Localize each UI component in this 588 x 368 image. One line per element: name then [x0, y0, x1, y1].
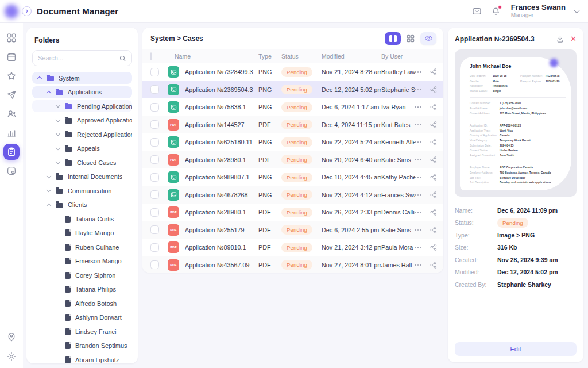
folder-tree-item[interactable]: System [32, 72, 132, 84]
share-icon[interactable] [430, 243, 443, 251]
more-actions-icon[interactable] [415, 247, 430, 248]
table-row[interactable]: PDF Application №75838.1 PNG Pending Dec… [142, 98, 443, 116]
share-icon[interactable] [430, 191, 443, 199]
folder-tree-item[interactable]: Applications [32, 86, 132, 98]
row-checkbox[interactable] [150, 120, 159, 129]
row-checkbox[interactable] [150, 68, 159, 76]
tree-chevron-icon[interactable] [37, 76, 42, 81]
folder-tree-item[interactable]: Abram Lipshutz [32, 354, 132, 363]
select-all-checkbox[interactable] [150, 52, 152, 60]
notifications-bell-icon[interactable] [491, 6, 501, 16]
folder-tree-item[interactable]: Internal Documents [32, 171, 132, 183]
close-icon[interactable]: ✕ [570, 35, 577, 43]
share-icon[interactable] [430, 208, 443, 216]
row-checkbox[interactable] [150, 155, 159, 164]
tree-chevron-icon[interactable] [56, 117, 60, 121]
tree-chevron-icon[interactable] [56, 159, 60, 164]
storage-icon[interactable] [3, 163, 20, 179]
folder-tree-item[interactable]: Pending Applications [32, 100, 132, 112]
share-icon[interactable] [430, 156, 443, 164]
analytics-chart-icon[interactable] [3, 125, 20, 141]
table-row[interactable]: PDF Application №28980.1 PDF Pending Nov… [142, 204, 443, 221]
more-actions-icon[interactable] [415, 124, 430, 126]
folder-tree-item[interactable]: Emerson Mango [32, 255, 132, 267]
tree-chevron-icon[interactable] [47, 90, 51, 95]
tree-chevron-icon[interactable] [56, 145, 60, 150]
row-checkbox[interactable] [150, 243, 159, 252]
download-icon[interactable] [556, 34, 564, 43]
folder-tree-item[interactable]: Alfredo Botosh [32, 297, 132, 309]
row-checkbox[interactable] [150, 103, 159, 112]
more-actions-icon[interactable] [415, 159, 430, 161]
folder-tree-item[interactable]: Appeals [32, 143, 132, 155]
table-row[interactable]: PDF Application №43567.09 PDF Pending No… [142, 256, 443, 273]
share-icon[interactable] [430, 103, 443, 111]
preview-eye-button[interactable] [420, 32, 436, 45]
favorites-star-icon[interactable] [3, 68, 20, 84]
tree-chevron-icon[interactable] [56, 103, 60, 108]
tree-chevron-icon[interactable] [47, 203, 51, 208]
share-icon[interactable] [430, 138, 443, 146]
tree-chevron-icon[interactable] [47, 187, 51, 192]
folder-tree-item[interactable]: Corey Siphron [32, 269, 132, 281]
folder-tree-item[interactable]: Ashlynn Dorwart [32, 312, 132, 324]
calendar-icon[interactable] [3, 49, 20, 65]
share-icon[interactable] [430, 173, 443, 181]
folder-tree-item[interactable]: Closed Cases [32, 156, 132, 168]
share-icon[interactable] [430, 121, 443, 129]
table-row[interactable]: PDF Application №989807.1 PNG Pending De… [142, 168, 443, 186]
more-actions-icon[interactable] [415, 212, 430, 213]
folder-tree-item[interactable]: Lindsey Franci [32, 325, 132, 338]
row-checkbox[interactable] [150, 260, 159, 269]
column-header-status[interactable]: Status [281, 53, 322, 60]
clients-users-icon[interactable] [3, 106, 20, 122]
folder-tree-item[interactable]: Tatiana Curtis [32, 213, 132, 225]
messages-icon[interactable] [472, 6, 482, 16]
folder-tree-item[interactable]: Approved Applications [32, 114, 132, 126]
column-header-type[interactable]: Type [258, 53, 281, 60]
folder-tree-item[interactable]: Rejected Applications [32, 128, 132, 140]
search-input[interactable] [38, 55, 119, 62]
table-row[interactable]: PDF Application №4678268 PNG Pending Nov… [142, 186, 443, 204]
more-actions-icon[interactable] [415, 264, 430, 266]
grid-view-button[interactable] [406, 34, 415, 43]
more-actions-icon[interactable] [415, 71, 430, 73]
row-checkbox[interactable] [150, 85, 159, 94]
column-header-modified[interactable]: Modified [322, 53, 381, 60]
folder-tree-item[interactable]: Clients [32, 199, 132, 211]
row-checkbox[interactable] [150, 225, 159, 234]
location-pin-icon[interactable] [3, 329, 20, 345]
columns-view-button[interactable] [385, 32, 401, 45]
collapse-sidebar-button[interactable] [22, 6, 32, 16]
more-actions-icon[interactable] [415, 194, 430, 196]
share-icon[interactable] [430, 226, 443, 234]
table-row[interactable]: PDF Application №625180.11 PNG Pending N… [142, 133, 443, 151]
folder-tree-item[interactable]: Tatiana Philips [32, 283, 132, 296]
more-actions-icon[interactable] [415, 89, 430, 91]
document-preview[interactable]: John Michael Doe Date of Birth:1990-05-1… [455, 49, 577, 197]
edit-button[interactable]: Edit [455, 342, 577, 356]
tree-chevron-icon[interactable] [56, 131, 60, 136]
column-header-name[interactable]: Name [168, 53, 258, 60]
folder-tree-item[interactable]: Brandon Septimus [32, 340, 132, 352]
row-checkbox[interactable] [150, 138, 159, 147]
row-checkbox[interactable] [150, 190, 159, 199]
tree-chevron-icon[interactable] [47, 173, 51, 178]
more-actions-icon[interactable] [415, 177, 430, 178]
more-actions-icon[interactable] [415, 229, 430, 231]
folder-tree-item[interactable]: Communication [32, 185, 132, 197]
row-checkbox[interactable] [150, 173, 159, 182]
more-actions-icon[interactable] [415, 106, 430, 108]
table-row[interactable]: PDF Application №7328499.3 PNG Pending N… [142, 63, 443, 81]
table-row[interactable]: PDF Application №89810.1 PDF Pending Nov… [142, 239, 443, 256]
row-checkbox[interactable] [150, 208, 159, 217]
settings-gear-icon[interactable] [3, 348, 20, 365]
share-icon[interactable] [430, 261, 443, 269]
user-menu-chevron-icon[interactable] [574, 7, 580, 13]
table-row[interactable]: PDF Application №144527 PDF Pending Dec … [142, 116, 443, 134]
dashboard-icon[interactable] [3, 30, 20, 46]
user-menu[interactable]: Frances Swann Manager [511, 3, 566, 18]
send-icon[interactable] [3, 87, 20, 103]
folder-tree-item[interactable]: Haylie Mango [32, 227, 132, 239]
folder-tree-item[interactable]: Ruben Culhane [32, 241, 132, 253]
